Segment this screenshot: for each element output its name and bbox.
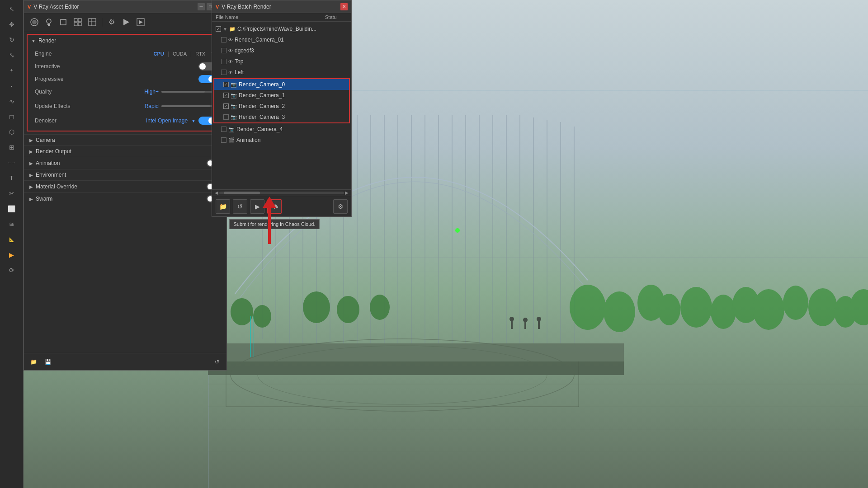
denoiser-dropdown-arrow[interactable]: ▼ (191, 118, 196, 123)
root-path-item[interactable]: ▼ 📁 C:\Projects\rhino\Wave_Buildin... (212, 23, 351, 34)
surface-tool-icon[interactable]: ◻ (5, 109, 19, 124)
rtx-btn[interactable]: RTX (192, 50, 209, 58)
lights-icon-btn[interactable] (42, 16, 56, 28)
item-dgcedf3[interactable]: 👁 dgcedf3 (212, 45, 351, 56)
item-render-camera-3[interactable]: 📷 Render_Camera_3 (214, 112, 349, 122)
item-01-eye: 👁 (228, 38, 233, 42)
denoiser-value[interactable]: Intel Open Image (146, 117, 188, 124)
cpu-btn[interactable]: CPU (150, 50, 168, 58)
item-top-checkbox[interactable] (221, 59, 226, 64)
dim-tool-icon[interactable]: ←→ (5, 155, 19, 170)
scrollbar-track[interactable] (219, 192, 344, 194)
cuda-btn[interactable]: CUDA (169, 50, 190, 58)
scrollbar-thumb[interactable] (224, 192, 260, 194)
settings-icon-btn[interactable]: ⚙ (105, 16, 118, 28)
render-region-icon-btn[interactable] (134, 16, 147, 28)
open-folder-bottom-btn[interactable]: 📁 (28, 356, 39, 368)
item-animation[interactable]: 🎬 Animation (212, 135, 351, 145)
denoiser-right: Intel Open Image ▼ (146, 117, 216, 125)
item-3-checkbox[interactable] (223, 114, 229, 120)
batch-cloud-btn[interactable] (267, 199, 282, 214)
analyze-tool-icon[interactable]: 📐 (5, 232, 19, 247)
item-left-checkbox[interactable] (221, 70, 226, 75)
swarm-triangle: ▶ (29, 197, 33, 202)
root-expand-arrow[interactable]: ▼ (223, 27, 227, 32)
batch-settings-btn[interactable]: ⚙ (333, 199, 348, 214)
scale-tool-icon[interactable]: ⤡ (5, 48, 19, 62)
render-start-icon-btn[interactable] (119, 16, 133, 28)
svg-marker-80 (139, 20, 143, 24)
point-tool-icon[interactable]: · (5, 79, 19, 93)
animation-section[interactable]: ▶ Animation (24, 157, 226, 169)
curve-tool-icon[interactable]: ∿ (5, 94, 19, 108)
item-left[interactable]: 👁 Left (212, 67, 351, 78)
batch-refresh-btn[interactable]: ↺ (233, 199, 247, 214)
svg-point-36 (658, 294, 680, 325)
batch-render-btn[interactable]: ▶ (250, 199, 264, 214)
interactive-label: Interactive (35, 63, 60, 70)
item-render-camera-1[interactable]: 📷 Render_Camera_1 (214, 90, 349, 101)
quality-slider[interactable] (161, 91, 216, 93)
render-output-label: Render Output (36, 148, 71, 155)
render-output-section[interactable]: ▶ Render Output (24, 145, 226, 157)
cursor-tool-icon[interactable]: ↖ (5, 2, 19, 16)
render-elements-icon-btn[interactable] (71, 16, 85, 28)
batch-refresh-icon: ↺ (237, 203, 243, 210)
root-checkbox[interactable] (216, 26, 221, 32)
item-top[interactable]: 👁 Top (212, 56, 351, 67)
geometry-icon-btn[interactable] (57, 16, 70, 28)
item-2-camera-icon: 📷 (231, 103, 237, 109)
svg-point-41 (783, 286, 808, 320)
minimize-btn[interactable]: ─ (198, 3, 205, 10)
item-1-checkbox[interactable] (223, 93, 229, 98)
item-4-checkbox[interactable] (221, 127, 226, 132)
item-render-camera-4[interactable]: 📷 Render_Camera_4 (212, 124, 351, 135)
item-dgcedf3-checkbox[interactable] (221, 48, 226, 53)
flow-tool-icon[interactable]: ≋ (5, 217, 19, 231)
solid-tool-icon[interactable]: ⬡ (5, 125, 19, 139)
mesh-tool-icon[interactable]: ⊞ (5, 140, 19, 155)
scroll-left[interactable]: ◀ (214, 189, 219, 196)
camera-section[interactable]: ▶ Camera (24, 134, 226, 145)
svg-rect-73 (74, 23, 77, 26)
svg-marker-78 (123, 19, 129, 25)
cage-tool-icon[interactable]: ⬜ (5, 202, 19, 216)
reset-bottom-btn[interactable]: ↺ (211, 356, 223, 368)
item-render-camera-0[interactable]: 📷 Render_Camera_0 (214, 79, 349, 90)
item-top-eye: 👁 (228, 59, 233, 64)
update-effects-slider[interactable] (161, 105, 216, 107)
text-tool-icon[interactable]: T (5, 171, 19, 185)
item-1-label: Render_Camera_1 (239, 92, 345, 99)
batch-bottom-toolbar: 📁 ↺ ▶ Submit for rendering in Chaos Clou… (212, 196, 351, 216)
save-bottom-btn[interactable]: 💾 (42, 356, 54, 368)
move-tool-icon[interactable]: ✥ (5, 17, 19, 32)
item-01-checkbox[interactable] (221, 37, 226, 42)
render-section-header[interactable]: ▼ Render (28, 35, 223, 47)
batch-close-btn[interactable]: ✕ (340, 3, 348, 10)
environment-section[interactable]: ▶ Environment (24, 169, 226, 180)
transform-tool-icon[interactable]: ± (5, 63, 19, 78)
render-tool-icon[interactable]: ▶ (5, 248, 19, 262)
item-0-checkbox[interactable] (223, 82, 229, 87)
batch-scrollbar[interactable]: ◀ ▶ (212, 189, 351, 196)
toolbar-separator (102, 18, 102, 27)
material-override-section[interactable]: ▶ Material Override (24, 180, 226, 192)
textures-icon-btn[interactable] (85, 16, 99, 28)
rotate-tool-icon[interactable]: ↻ (5, 33, 19, 47)
item-render-camera-01[interactable]: 👁 Render_Camera_01 (212, 34, 351, 45)
item-anim-checkbox[interactable] (221, 137, 226, 143)
quality-value: High+ (144, 89, 159, 95)
item-2-checkbox[interactable] (223, 103, 229, 109)
materials-icon-btn[interactable] (28, 16, 41, 28)
history-tool-icon[interactable]: ⟳ (5, 263, 19, 277)
clip-tool-icon[interactable]: ✂ (5, 186, 19, 201)
swarm-section[interactable]: ▶ Swarm (24, 192, 226, 205)
update-effects-value: Rapid (145, 103, 159, 109)
quality-label: Quality (35, 89, 52, 95)
cloud-upload-icon (270, 203, 278, 210)
scroll-right[interactable]: ▶ (344, 189, 349, 196)
svg-rect-70 (61, 19, 66, 25)
item-render-camera-2[interactable]: 📷 Render_Camera_2 (214, 101, 349, 112)
quality-right: High+ (144, 89, 216, 95)
batch-open-btn[interactable]: 📁 (216, 199, 230, 214)
